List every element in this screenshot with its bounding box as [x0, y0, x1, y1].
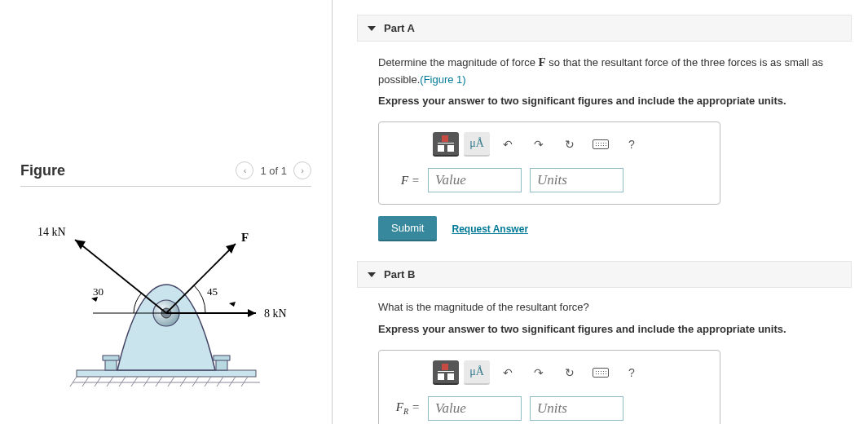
part-a-submit-button[interactable]: Submit — [378, 216, 437, 241]
svg-line-25 — [75, 240, 166, 313]
undo-button[interactable]: ↶ — [495, 132, 521, 157]
part-a-instruction: Express your answer to two significant f… — [378, 94, 847, 108]
svg-line-27 — [166, 244, 236, 313]
part-a-units-input[interactable] — [530, 168, 623, 192]
force-14kn-label: 14 kN — [37, 226, 66, 238]
part-a-var-label: F = — [392, 174, 420, 188]
help-button[interactable]: ? — [619, 360, 645, 385]
part-a-header[interactable]: Part A — [357, 15, 852, 42]
svg-line-2 — [70, 377, 77, 386]
part-b-answer-box: μÅ ↶ ↷ ↻ ? FR = — [378, 350, 720, 424]
reset-button[interactable]: ↻ — [557, 360, 583, 385]
svg-line-7 — [131, 377, 138, 386]
redo-button[interactable]: ↷ — [526, 360, 552, 385]
figure-next-button[interactable]: › — [293, 161, 311, 179]
fraction-icon — [438, 364, 454, 380]
keyboard-button[interactable] — [588, 360, 614, 385]
svg-line-6 — [119, 377, 126, 386]
svg-line-11 — [180, 377, 187, 386]
svg-line-16 — [241, 377, 248, 386]
part-a-answer-box: μÅ ↶ ↷ ↻ ? F = — [378, 121, 720, 205]
part-a-value-input[interactable] — [428, 168, 522, 192]
svg-rect-0 — [77, 370, 256, 377]
svg-line-13 — [205, 377, 211, 386]
svg-line-12 — [192, 377, 199, 386]
svg-marker-31 — [229, 302, 236, 307]
figure-header: Figure ‹ 1 of 1 › — [20, 161, 311, 187]
question-panel: Part A Determine the magnitude of force … — [333, 0, 868, 424]
svg-line-8 — [143, 377, 150, 386]
figure-1-link[interactable]: (Figure 1) — [420, 73, 465, 86]
figure-image: 8 kN 14 kN F 30 45 — [20, 187, 311, 395]
svg-rect-18 — [103, 356, 119, 360]
part-a-input-row: F = — [392, 168, 707, 192]
keyboard-button[interactable] — [588, 132, 614, 157]
keyboard-icon — [593, 368, 609, 378]
part-b-title: Part B — [384, 268, 415, 280]
part-a-title: Part A — [384, 22, 415, 34]
part-b-instruction: Express your answer to two significant f… — [378, 322, 847, 337]
part-b-prompt: What is the magnitude of the resultant f… — [378, 299, 847, 316]
redo-button[interactable]: ↷ — [526, 132, 552, 157]
svg-line-9 — [156, 377, 162, 386]
special-chars-button[interactable]: μÅ — [464, 132, 490, 157]
part-b-input-row: FR = — [392, 396, 707, 421]
collapse-caret-icon — [368, 26, 376, 31]
svg-line-14 — [217, 377, 223, 386]
svg-marker-26 — [75, 240, 86, 250]
part-a-request-answer-link[interactable]: Request Answer — [452, 223, 528, 235]
special-chars-button[interactable]: μÅ — [464, 360, 490, 385]
undo-button[interactable]: ↶ — [495, 360, 521, 385]
help-button[interactable]: ? — [619, 132, 645, 157]
svg-line-15 — [229, 377, 236, 386]
svg-rect-20 — [214, 356, 230, 360]
figure-panel: Figure ‹ 1 of 1 › — [0, 0, 333, 424]
part-b-header[interactable]: Part B — [357, 261, 852, 288]
part-a-actions: Submit Request Answer — [378, 216, 847, 241]
keyboard-icon — [593, 139, 609, 149]
force-F-label: F — [241, 231, 249, 244]
fraction-icon — [438, 135, 454, 152]
part-a-toolbar: μÅ ↶ ↷ ↻ ? — [392, 132, 707, 157]
svg-marker-24 — [248, 309, 256, 317]
part-a-prompt: Determine the magnitude of force F so th… — [378, 53, 847, 87]
svg-line-5 — [107, 377, 113, 386]
part-b-value-input[interactable] — [428, 396, 522, 421]
part-a-body: Determine the magnitude of force F so th… — [357, 53, 852, 241]
templates-button[interactable] — [433, 132, 459, 157]
part-b-body: What is the magnitude of the resultant f… — [357, 299, 852, 424]
svg-line-4 — [95, 377, 101, 386]
svg-line-10 — [168, 377, 174, 386]
angle-45-label: 45 — [207, 285, 218, 298]
reset-button[interactable]: ↻ — [557, 132, 583, 157]
part-b-toolbar: μÅ ↶ ↷ ↻ ? — [392, 360, 707, 385]
angle-30-label: 30 — [93, 285, 104, 298]
figure-counter: 1 of 1 — [260, 165, 287, 177]
templates-button[interactable] — [433, 360, 459, 385]
collapse-caret-icon — [368, 272, 376, 277]
svg-line-3 — [82, 377, 89, 386]
part-b-var-label: FR = — [392, 400, 420, 416]
figure-title: Figure — [20, 162, 65, 179]
part-b-units-input[interactable] — [530, 396, 623, 421]
figure-prev-button[interactable]: ‹ — [236, 161, 253, 179]
force-8kn-label: 8 kN — [264, 307, 287, 320]
figure-nav: ‹ 1 of 1 › — [236, 161, 311, 179]
